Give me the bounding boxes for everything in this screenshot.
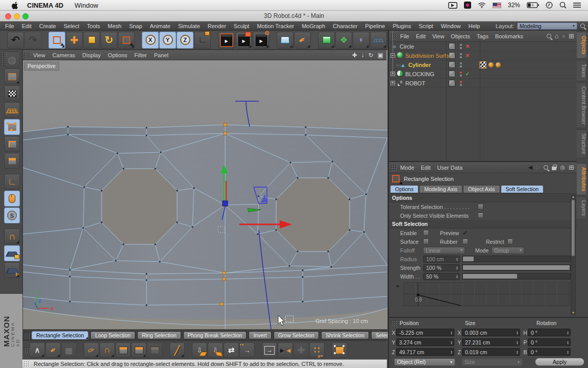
simulate-menu[interactable]: Simulate [178, 23, 200, 29]
bookmarks-om-menu[interactable]: Bookmarks [495, 33, 523, 39]
script-menu[interactable]: Script [419, 23, 433, 29]
enable-axis-button[interactable] [4, 174, 20, 190]
window-titlebar[interactable]: 3D Robot.c4d * - Main [0, 11, 588, 21]
animate-menu[interactable]: Animate [150, 23, 170, 29]
falloff-curve-graph[interactable]: 0.8 ▶ [403, 282, 570, 306]
user-data-attr-menu[interactable]: User Data [437, 165, 463, 171]
display-viewport-menu[interactable]: Display [82, 52, 101, 58]
snap-magnet-button[interactable] [4, 228, 20, 244]
selection-tag-icon[interactable] [488, 62, 494, 67]
lock-z-button[interactable]: Z [177, 32, 193, 49]
soft-selection-section-header[interactable]: Soft Selection [389, 220, 577, 228]
mac-menu-window[interactable]: Window [75, 2, 98, 9]
selection-tag-icon[interactable] [496, 62, 501, 67]
mt-weld-button[interactable] [239, 342, 255, 358]
history-forward-icon[interactable]: ▷ [536, 164, 540, 171]
scroll-down-icon[interactable]: ▼ [571, 311, 575, 314]
texture-tag-icon[interactable] [479, 61, 486, 68]
motion-tracker-menu[interactable]: Motion Tracker [257, 23, 294, 29]
undo-button[interactable] [7, 32, 24, 49]
attributes-handle[interactable] [390, 165, 397, 171]
snap-enable-button[interactable] [4, 208, 20, 223]
position-y-field[interactable]: 3.274 cm [396, 338, 454, 346]
mt-brush-button[interactable] [84, 342, 99, 358]
mt-edgecut-button[interactable] [262, 342, 277, 358]
robot-row[interactable]: ROBOT [389, 79, 577, 88]
create-menu[interactable]: Create [39, 23, 56, 29]
surface-checkbox[interactable] [423, 239, 429, 244]
panel-viewport-menu[interactable]: Panel [154, 52, 168, 58]
floor-button[interactable] [370, 32, 387, 49]
loop-selection-button[interactable]: Loop Selection [90, 331, 135, 339]
mt-smooth-shift-button[interactable] [147, 342, 162, 358]
window-menu[interactable]: Window [441, 23, 461, 29]
make-editable-button[interactable] [4, 52, 20, 67]
search-icon[interactable] [580, 24, 585, 28]
rectangle-selection-button[interactable]: Rectangle Selection [32, 331, 88, 339]
rotation-h-field[interactable]: 0 ° [528, 329, 571, 336]
object-axis-tab[interactable]: Object Axis [463, 185, 500, 193]
tolerant-selection-checkbox[interactable] [478, 204, 483, 210]
mode-select[interactable]: Group▾ [492, 247, 524, 254]
width-field[interactable]: 50 % [423, 273, 460, 280]
phong-break-selection-button[interactable]: Phong Break Selection [183, 331, 247, 339]
character-menu[interactable]: Character [333, 23, 357, 29]
object-manager-handle[interactable] [390, 33, 397, 39]
om-path-icon[interactable]: ○ [562, 34, 565, 39]
size-x-field[interactable]: 0.003 cm [462, 329, 520, 336]
deformer-button[interactable] [353, 32, 370, 49]
workplane-align-button[interactable] [4, 262, 20, 278]
expand-toggle[interactable] [390, 81, 395, 85]
file-menu[interactable]: File [5, 23, 14, 29]
om-new-panel-icon[interactable]: ⊞ [569, 32, 574, 40]
workplane-lock-button[interactable] [4, 245, 20, 261]
rotate-view-icon[interactable]: ↻ [369, 52, 374, 59]
history-back-icon[interactable]: ◀ [528, 164, 532, 171]
mt-transform-button[interactable] [293, 342, 309, 358]
takes-tab[interactable]: Takes [577, 60, 587, 81]
spotlight-icon[interactable] [559, 2, 567, 9]
invert-button[interactable]: Invert [249, 331, 271, 339]
options-tab[interactable]: Options [390, 185, 419, 193]
falloff-select[interactable]: Linear▾ [423, 247, 465, 254]
lock-icon[interactable] [552, 167, 556, 170]
scale-button[interactable] [83, 32, 100, 49]
filter-viewport-menu[interactable]: Filter [134, 52, 146, 58]
visibility-dots[interactable] [460, 53, 462, 58]
spline-pen-button[interactable] [294, 32, 311, 49]
live-selection-button[interactable] [48, 32, 65, 49]
rotate-button[interactable] [101, 32, 117, 49]
mac-app-name[interactable]: CINEMA 4D [27, 2, 63, 9]
circle-row[interactable]: Circle [389, 42, 577, 51]
only-visible-checkbox[interactable] [478, 213, 483, 218]
enabled-marker[interactable] [464, 71, 471, 77]
position-z-field[interactable]: 49.717 cm [396, 348, 454, 356]
mt-optimize-button[interactable] [332, 342, 347, 358]
strength-stepper[interactable] [455, 266, 459, 270]
lock-x-button[interactable]: X [142, 32, 159, 49]
screen-record-icon[interactable] [464, 2, 471, 9]
object-name[interactable]: Circle [400, 43, 414, 50]
mesh-menu[interactable]: Mesh [108, 23, 121, 29]
viewport-canvas[interactable]: Y Z X Grid Spacing : 10 cm [23, 50, 387, 329]
rotation-p-field[interactable]: 0 ° [528, 338, 571, 346]
mt-mirror-button[interactable] [278, 342, 293, 358]
move-button[interactable] [66, 32, 83, 49]
size-mode-select[interactable]: Size▾ [461, 358, 523, 366]
object-name[interactable]: BLOCKING [405, 71, 434, 77]
radius-stepper[interactable] [455, 257, 459, 261]
us-flag-icon[interactable] [493, 3, 501, 8]
mode-attr-menu[interactable]: Mode [400, 165, 414, 171]
sculpt-menu[interactable]: Sculpt [234, 23, 250, 29]
visibility-dots[interactable] [460, 62, 462, 67]
mt-setvalue-button[interactable] [309, 342, 325, 358]
sync-icon[interactable] [546, 2, 553, 9]
zoom-view-icon[interactable]: ↓ [361, 52, 364, 59]
camera-label[interactable]: Perspective [24, 62, 59, 71]
target-icon[interactable]: ◎ [560, 164, 565, 171]
blocking-row[interactable]: BLOCKING [389, 70, 577, 79]
mt-extrude-inner-button[interactable] [131, 342, 146, 358]
render-picture-button[interactable] [235, 32, 252, 49]
om-search-icon[interactable] [547, 34, 551, 38]
enabled-marker[interactable] [464, 53, 471, 58]
